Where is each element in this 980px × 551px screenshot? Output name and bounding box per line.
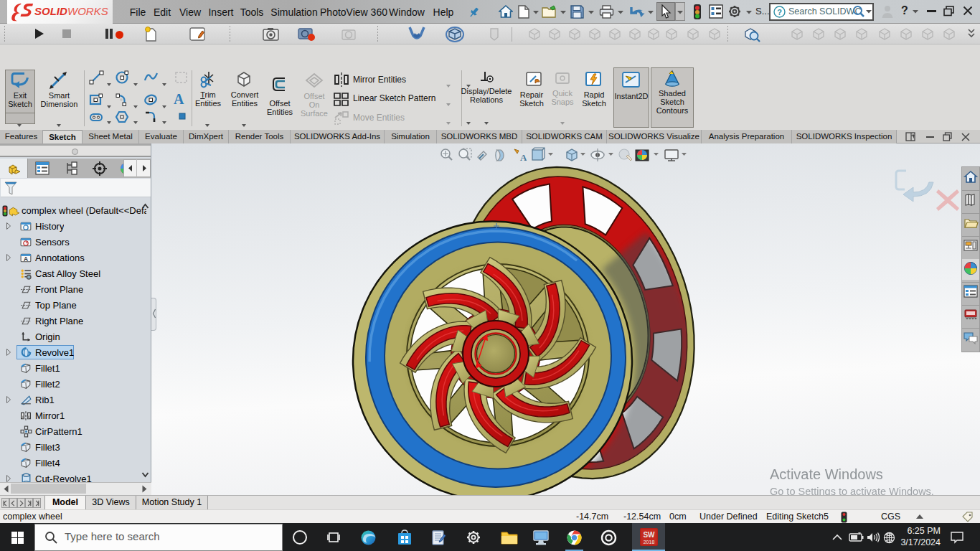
svg-text:?: ? (777, 8, 782, 17)
svg-text:SW: SW (643, 531, 655, 539)
svg-text:SOLID: SOLID (34, 5, 67, 17)
svg-text:A: A (24, 255, 28, 263)
svg-text:2018: 2018 (644, 540, 655, 545)
svg-text:A: A (520, 152, 527, 163)
svg-text:WORKS: WORKS (67, 5, 108, 17)
